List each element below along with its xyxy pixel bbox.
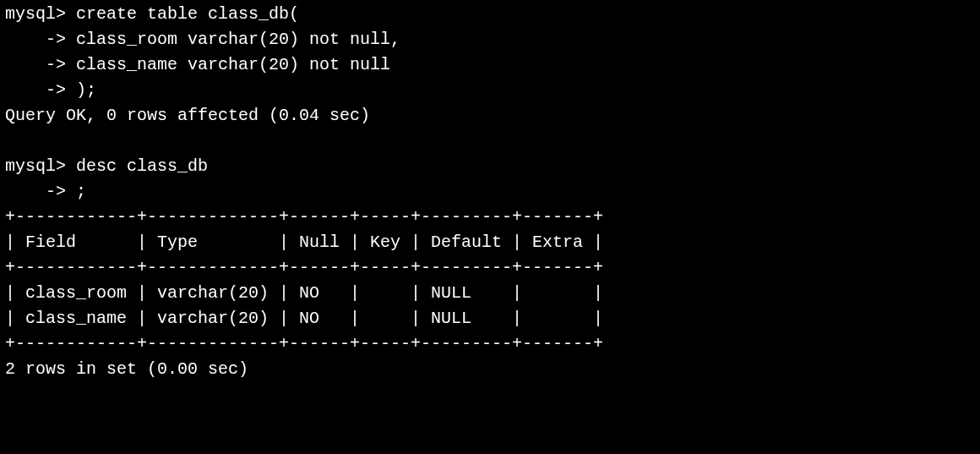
table-border-line: +------------+-------------+------+-----…	[5, 207, 603, 227]
mysql-continuation-line[interactable]: -> );	[5, 80, 96, 100]
query-result-line: 2 rows in set (0.00 sec)	[5, 359, 248, 379]
mysql-continuation-line[interactable]: -> class_name varchar(20) not null	[5, 55, 390, 74]
mysql-continuation-line[interactable]: -> class_room varchar(20) not null,	[5, 30, 400, 49]
mysql-prompt-line[interactable]: mysql> desc class_db	[5, 156, 208, 176]
mysql-prompt-line[interactable]: mysql> create table class_db(	[5, 4, 299, 24]
terminal-output: mysql> create table class_db( -> class_r…	[0, 0, 980, 384]
table-row: | class_room | varchar(20) | NO | | NULL…	[5, 283, 603, 303]
table-header-line: | Field | Type | Null | Key | Default | …	[5, 232, 603, 252]
table-border-line: +------------+-------------+------+-----…	[5, 258, 603, 277]
query-result-line: Query OK, 0 rows affected (0.04 sec)	[5, 106, 370, 125]
table-border-line: +------------+-------------+------+-----…	[5, 334, 603, 353]
mysql-continuation-line[interactable]: -> ;	[5, 182, 86, 201]
table-row: | class_name | varchar(20) | NO | | NULL…	[5, 309, 603, 328]
